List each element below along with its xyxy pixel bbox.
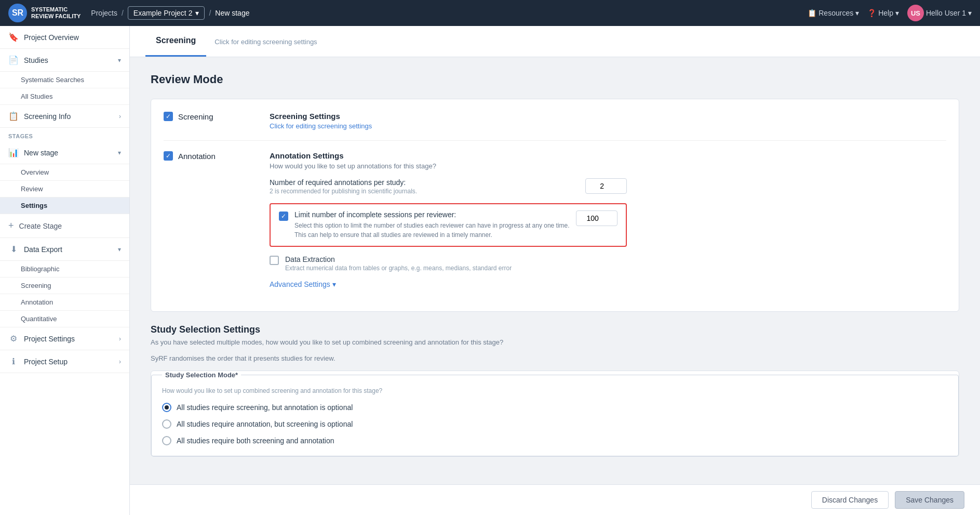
resources-chevron-icon: ▾ bbox=[855, 9, 859, 17]
breadcrumb: Projects / Example Project 2 ▾ / New sta… bbox=[91, 6, 249, 20]
resources-icon: 📋 bbox=[808, 9, 816, 17]
sidebar-item-project-settings[interactable]: ⚙ Project Settings › bbox=[0, 327, 129, 350]
sidebar-item-review[interactable]: Review bbox=[0, 181, 129, 197]
radio-option-3[interactable]: All studies require both screening and a… bbox=[162, 436, 948, 445]
annotation-settings: ✓ Annotation Annotation Settings How wou… bbox=[164, 140, 946, 288]
resources-menu[interactable]: 📋 Resources ▾ bbox=[808, 9, 859, 17]
studies-chevron-icon: ▾ bbox=[118, 57, 121, 64]
sidebar-item-studies[interactable]: 📄 Studies ▾ bbox=[0, 49, 129, 72]
sidebar-item-new-stage[interactable]: 📊 New stage ▾ bbox=[0, 141, 129, 164]
limit-sessions-desc2: This can help to ensure that all studies… bbox=[294, 230, 570, 240]
radio-screening-optional-annotation[interactable] bbox=[162, 403, 171, 412]
sidebar-item-settings[interactable]: Settings bbox=[0, 197, 129, 214]
advanced-settings-link[interactable]: Advanced Settings ▾ bbox=[270, 280, 336, 288]
help-icon: ❓ bbox=[867, 9, 876, 17]
radio-option-2[interactable]: All studies require annotation, but scre… bbox=[162, 419, 948, 429]
screening-header: Screening Click for editing screening se… bbox=[130, 26, 980, 57]
screening-mode-label: Screening bbox=[178, 112, 213, 121]
annotation-settings-desc: How would you like to set up annotations… bbox=[270, 162, 627, 170]
sidebar-item-bibliographic[interactable]: Bibliographic bbox=[0, 261, 129, 278]
sidebar-item-screening-info[interactable]: 📋 Screening Info › bbox=[0, 105, 129, 128]
stage-name: New stage bbox=[215, 9, 249, 17]
info-icon: ℹ bbox=[8, 356, 19, 366]
help-menu[interactable]: ❓ Help ▾ bbox=[867, 9, 899, 17]
avatar: US bbox=[907, 5, 924, 21]
sidebar-item-data-export[interactable]: ⬇ Data Export ▾ bbox=[0, 238, 129, 261]
study-selection-desc2: SyRF randomises the order that it presen… bbox=[151, 354, 959, 362]
annotation-checkbox[interactable]: ✓ bbox=[164, 151, 173, 161]
sidebar-item-all-studies[interactable]: All Studies bbox=[0, 88, 129, 105]
annotation-settings-title: Annotation Settings bbox=[270, 151, 627, 160]
footer-bar: Discard Changes Save Changes bbox=[130, 484, 980, 515]
study-selection-section: Study Selection Settings As you have sel… bbox=[151, 324, 959, 457]
limit-sessions-checkbox[interactable]: ✓ bbox=[279, 212, 288, 221]
project-dropdown[interactable]: Example Project 2 ▾ bbox=[128, 6, 205, 20]
help-chevron-icon: ▾ bbox=[895, 9, 899, 17]
content-area: Review Mode ✓ Screening Screening Settin… bbox=[130, 57, 980, 511]
user-menu[interactable]: US Hello User 1 ▾ bbox=[907, 5, 972, 21]
stages-section-label: Stages bbox=[0, 128, 129, 141]
study-selection-title: Study Selection Settings bbox=[151, 324, 959, 335]
screening-row: ✓ Screening Screening Settings Click for… bbox=[164, 112, 946, 130]
annotation-settings-col: Annotation Settings How would you like t… bbox=[270, 151, 627, 288]
projects-link[interactable]: Projects bbox=[91, 9, 117, 17]
breadcrumb-sep1: / bbox=[122, 9, 124, 17]
radio-label-3: All studies require both screening and a… bbox=[177, 437, 334, 445]
sidebar-item-overview[interactable]: Overview bbox=[0, 164, 129, 181]
document-icon: 📄 bbox=[8, 55, 19, 65]
screening-checkbox[interactable]: ✓ bbox=[164, 112, 173, 121]
required-annotations-label: Number of required annotations per study… bbox=[270, 178, 575, 187]
data-extraction-content: Data Extraction Extract numerical data f… bbox=[285, 255, 512, 272]
sidebar-item-annotation[interactable]: Annotation bbox=[0, 294, 129, 311]
limit-checkbox-col: ✓ bbox=[279, 210, 288, 221]
study-selection-sublabel: How would you like to set up combined sc… bbox=[162, 387, 948, 394]
page-title: Review Mode bbox=[151, 73, 959, 86]
sidebar-item-quantitative[interactable]: Quantitative bbox=[0, 311, 129, 327]
screening-settings-title: Screening Settings bbox=[270, 112, 372, 121]
screening-settings-link[interactable]: Click for editing screening settings bbox=[270, 122, 372, 130]
app-logo: SR SYSTEMATIC Review Facility bbox=[8, 4, 80, 22]
sidebar-item-project-setup[interactable]: ℹ Project Setup › bbox=[0, 350, 129, 373]
limit-sessions-desc1: Select this option to limit the number o… bbox=[294, 221, 570, 230]
annotation-row: ✓ Annotation Annotation Settings How wou… bbox=[164, 151, 946, 288]
save-changes-button[interactable]: Save Changes bbox=[895, 491, 964, 509]
radio-option-1[interactable]: All studies require screening, but annot… bbox=[162, 403, 948, 412]
radio-label-2: All studies require annotation, but scre… bbox=[177, 420, 353, 428]
sidebar-item-systematic-searches[interactable]: Systematic Searches bbox=[0, 72, 129, 88]
screening-tab-label: Screening bbox=[156, 36, 196, 45]
annotation-mode-label: Annotation bbox=[178, 152, 216, 161]
plus-icon: + bbox=[8, 220, 14, 231]
radio-annotation-optional-screening[interactable] bbox=[162, 419, 171, 429]
limit-sessions-content: Limit number of incomplete sessions per … bbox=[294, 210, 570, 240]
screening-info-chevron-icon: › bbox=[119, 113, 121, 120]
app-name: SYSTEMATIC Review Facility bbox=[31, 6, 80, 20]
study-selection-desc1: As you have selected multiple modes, how… bbox=[151, 338, 959, 346]
radio-label-1: All studies require screening, but annot… bbox=[177, 403, 353, 412]
required-annotations-input[interactable] bbox=[585, 178, 627, 194]
sidebar-item-project-overview[interactable]: 🔖 Project Overview bbox=[0, 26, 129, 49]
study-selection-legend: Study Selection Mode* bbox=[162, 371, 241, 379]
review-mode-card: ✓ Screening Screening Settings Click for… bbox=[151, 99, 959, 312]
screening-tab[interactable]: Screening bbox=[145, 26, 206, 57]
required-annotations-sublabel: 2 is recommended for publishing in scien… bbox=[270, 188, 575, 195]
screening-edit-hint: Click for editing screening settings bbox=[214, 38, 317, 46]
gear-icon: ⚙ bbox=[8, 334, 19, 344]
screening-checkbox-col: ✓ Screening bbox=[164, 112, 257, 121]
chevron-down-icon: ▾ bbox=[195, 9, 199, 17]
limit-sessions-title: Limit number of incomplete sessions per … bbox=[294, 210, 570, 219]
download-icon: ⬇ bbox=[8, 244, 19, 254]
sidebar-item-create-stage[interactable]: + Create Stage bbox=[0, 214, 129, 238]
data-extraction-checkbox[interactable] bbox=[270, 256, 279, 265]
limit-sessions-input[interactable] bbox=[576, 210, 617, 226]
nav-right: 📋 Resources ▾ ❓ Help ▾ US Hello User 1 ▾ bbox=[808, 5, 972, 21]
data-extraction-row: Data Extraction Extract numerical data f… bbox=[270, 255, 627, 272]
project-setup-chevron-icon: › bbox=[119, 358, 121, 365]
sidebar-item-screening-export[interactable]: Screening bbox=[0, 278, 129, 294]
required-annotations-row: Number of required annotations per study… bbox=[270, 178, 627, 195]
radio-both-required[interactable] bbox=[162, 436, 171, 445]
user-chevron-icon: ▾ bbox=[968, 9, 972, 17]
check-icon: ✓ bbox=[166, 152, 171, 160]
discard-changes-button[interactable]: Discard Changes bbox=[811, 491, 889, 509]
breadcrumb-sep2: / bbox=[209, 9, 211, 17]
top-navigation: SR SYSTEMATIC Review Facility Projects /… bbox=[0, 0, 980, 26]
